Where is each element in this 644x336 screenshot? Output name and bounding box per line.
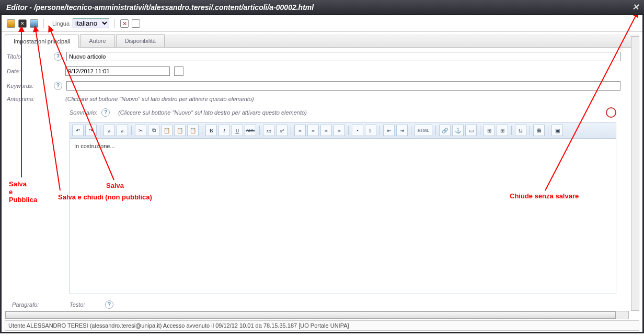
window-title: Editor - /persone/tecnico-amministrativi… xyxy=(6,3,314,12)
outdent-icon[interactable]: ⇤ xyxy=(383,125,395,136)
paste-plain-icon[interactable]: 📋 xyxy=(174,125,186,136)
anteprima-label: Anteprima: xyxy=(7,96,54,102)
tab-impostazioni[interactable]: Impostazioni principali xyxy=(5,35,79,48)
keywords-label: Keywords: xyxy=(7,83,54,89)
save-publish-icon[interactable] xyxy=(7,19,15,28)
superscript-icon[interactable]: x² xyxy=(276,125,288,136)
font-a1-icon[interactable]: a xyxy=(104,125,115,136)
editor-window: ✕ Lingua italiano ✕ Impostazioni princip… xyxy=(0,15,644,333)
anteprima-hint: (Cliccare sul bottone "Nuovo" sul lato d… xyxy=(65,96,254,102)
copy-icon[interactable] xyxy=(132,19,140,28)
language-label: Lingua xyxy=(52,20,70,27)
tab-bar: Impostazioni principali Autore Disponibi… xyxy=(5,34,639,48)
copy-icon[interactable]: ⧉ xyxy=(148,125,159,136)
italic-icon[interactable]: I xyxy=(218,125,230,136)
strike-icon[interactable]: ABC xyxy=(245,125,256,136)
delete-icon[interactable]: ✕ xyxy=(120,19,129,28)
align-justify-icon[interactable]: ≡ xyxy=(334,125,345,136)
testo-label: Testo: xyxy=(70,301,101,308)
calendar-icon[interactable] xyxy=(174,66,183,76)
window-titlebar: Editor - /persone/tecnico-amministrativi… xyxy=(0,0,644,15)
paste-word-icon[interactable]: 📋 xyxy=(187,125,199,136)
richtext-toolbar: ↶ ↷ a a ✂ ⧉ 📋 📋 📋 B I U ABC x₂ x² ≡ ≡ ≡ … xyxy=(70,122,616,139)
html-source-icon[interactable]: HTML xyxy=(415,125,432,136)
scrollbar-thumb[interactable] xyxy=(5,311,616,319)
bold-icon[interactable]: B xyxy=(205,125,217,136)
table-icon[interactable]: ⊞ xyxy=(484,125,495,136)
align-center-icon[interactable]: ≡ xyxy=(307,125,319,136)
bullet-list-icon[interactable]: • xyxy=(352,125,363,136)
save-close-icon[interactable]: ✕ xyxy=(18,19,27,28)
paragrafo-label: Paragrafo: xyxy=(12,301,70,308)
main-toolbar: ✕ Lingua italiano ✕ xyxy=(2,15,642,32)
redo-icon[interactable]: ↷ xyxy=(85,125,97,136)
print-icon[interactable]: 🖶 xyxy=(533,125,545,136)
row-anteprima: Anteprima: (Cliccare sul bottone "Nuovo"… xyxy=(7,96,637,102)
paste-icon[interactable]: 📋 xyxy=(161,125,172,136)
image-icon[interactable]: ▭ xyxy=(465,125,477,136)
cut-icon[interactable]: ✂ xyxy=(135,125,146,136)
titolo-label: Titolo: xyxy=(7,53,54,60)
toolbar-separator xyxy=(43,19,44,28)
row-titolo: Titolo: ? xyxy=(7,52,637,61)
row-keywords: Keywords: ? xyxy=(7,81,637,91)
sommario-hint: (Cliccare sul bottone "Nuovo" sul lato d… xyxy=(118,109,307,116)
close-icon[interactable]: ✕ xyxy=(632,2,639,12)
row-paragrafo: Paragrafo: Testo: ? xyxy=(7,300,637,309)
vertical-scrollbar[interactable] xyxy=(631,36,639,311)
data-input[interactable] xyxy=(65,66,170,76)
undo-icon[interactable]: ↶ xyxy=(72,125,84,136)
data-label: Data: xyxy=(7,68,54,74)
row-data: Data: xyxy=(7,66,637,76)
tab-disponibilita[interactable]: Disponibilità xyxy=(116,34,165,47)
keywords-input[interactable] xyxy=(66,81,620,91)
subscript-icon[interactable]: x₂ xyxy=(263,125,274,136)
specialchar-icon[interactable]: Ω xyxy=(515,125,526,136)
help-icon[interactable]: ? xyxy=(54,82,62,90)
language-select[interactable]: italiano xyxy=(73,18,109,28)
table2-icon[interactable]: ⊞ xyxy=(497,125,508,136)
new-element-icon[interactable] xyxy=(606,107,616,118)
titolo-input[interactable] xyxy=(66,52,620,61)
help-icon[interactable]: ? xyxy=(105,300,113,309)
maximize-icon[interactable]: ▣ xyxy=(551,125,563,136)
link-icon[interactable]: 🔗 xyxy=(439,125,451,136)
anchor-icon[interactable]: ⚓ xyxy=(452,125,464,136)
underline-icon[interactable]: U xyxy=(232,125,243,136)
status-bar: Utente ALESSANDRO TERESI (alessandro.ter… xyxy=(5,320,639,331)
help-icon[interactable]: ? xyxy=(54,52,62,61)
number-list-icon[interactable]: 1. xyxy=(365,125,376,136)
save-icon[interactable] xyxy=(30,19,38,28)
font-a2-icon[interactable]: a xyxy=(117,125,128,136)
indent-icon[interactable]: ⇥ xyxy=(396,125,408,136)
tab-autore[interactable]: Autore xyxy=(80,34,114,47)
richtext-body[interactable]: In costruzione... xyxy=(70,139,616,294)
align-left-icon[interactable]: ≡ xyxy=(294,125,306,136)
form-panel: Titolo: ? Data: Keywords: ? Anteprima: (… xyxy=(2,48,642,313)
sommario-label: Sommario: xyxy=(70,109,97,116)
row-sommario: Sommario: ? (Cliccare sul bottone "Nuovo… xyxy=(70,107,637,118)
horizontal-scrollbar[interactable] xyxy=(5,311,629,319)
align-right-icon[interactable]: ≡ xyxy=(320,125,332,136)
toolbar-separator xyxy=(114,19,115,28)
help-icon[interactable]: ? xyxy=(101,108,110,117)
